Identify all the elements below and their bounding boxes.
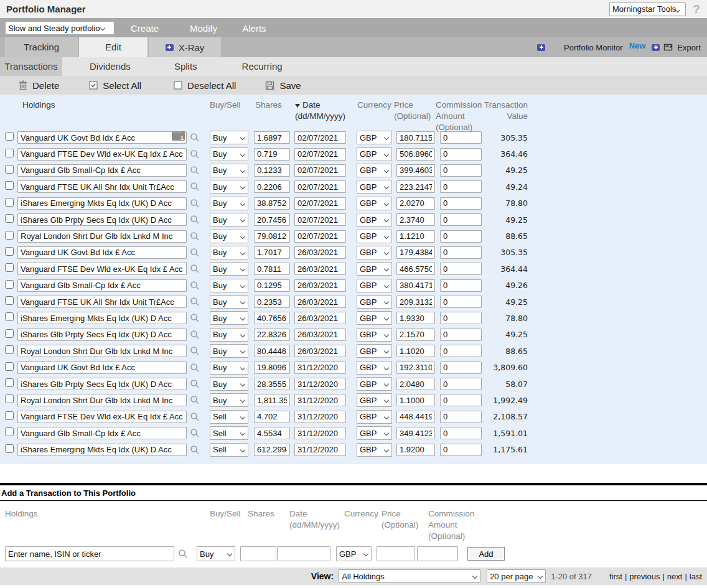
commission-input[interactable] xyxy=(440,164,482,177)
buy-sell-control[interactable]: Sell xyxy=(210,426,248,440)
buy-sell-control[interactable]: Buy xyxy=(210,344,248,358)
row-checkbox[interactable] xyxy=(5,312,14,321)
date-input[interactable] xyxy=(294,444,346,456)
commission-input[interactable] xyxy=(440,427,482,439)
shares-input[interactable] xyxy=(254,213,290,226)
commission-input[interactable] xyxy=(440,180,482,193)
holding-name-input[interactable] xyxy=(17,345,187,357)
commission-input[interactable] xyxy=(440,230,482,243)
currency-select[interactable]: GBP xyxy=(357,410,392,424)
commission-input[interactable] xyxy=(440,444,482,456)
holding-name-input[interactable] xyxy=(17,378,187,390)
search-icon[interactable] xyxy=(190,281,202,291)
buy-sell-control[interactable]: Buy xyxy=(210,377,248,391)
commission-input[interactable] xyxy=(440,329,482,341)
buy-sell-select[interactable]: Buy xyxy=(210,279,248,292)
shares-input[interactable] xyxy=(254,263,290,275)
price-input[interactable] xyxy=(396,148,435,161)
row-checkbox[interactable] xyxy=(5,198,14,207)
currency-control[interactable]: GBP xyxy=(357,344,392,358)
price-input[interactable] xyxy=(396,312,435,324)
price-input[interactable] xyxy=(396,230,435,243)
holding-name-input[interactable] xyxy=(17,411,187,423)
buy-sell-control[interactable]: Buy xyxy=(210,328,248,342)
currency-select[interactable]: GBP xyxy=(357,377,392,391)
date-input[interactable] xyxy=(294,345,346,357)
currency-control[interactable]: GBP xyxy=(357,147,392,161)
shares-input[interactable] xyxy=(254,230,290,243)
date-input[interactable] xyxy=(294,378,346,390)
buy-sell-control[interactable]: Buy xyxy=(210,147,248,161)
currency-control[interactable]: GBP xyxy=(357,262,392,276)
buy-sell-select[interactable]: Sell xyxy=(210,410,248,424)
search-icon[interactable] xyxy=(190,379,202,389)
buy-sell-select[interactable]: Buy xyxy=(210,328,248,342)
currency-select[interactable]: GBP xyxy=(357,328,392,342)
tab-tracking[interactable]: Tracking xyxy=(5,37,78,57)
holding-name-input[interactable] xyxy=(17,329,187,341)
search-icon[interactable] xyxy=(190,395,202,405)
date-input[interactable] xyxy=(294,296,346,308)
shares-input[interactable] xyxy=(254,197,290,210)
buy-sell-control[interactable]: Buy xyxy=(210,180,248,194)
currency-select[interactable]: GBP xyxy=(357,279,392,292)
tab-xray[interactable]: X-Ray xyxy=(149,37,221,57)
search-icon[interactable] xyxy=(190,330,202,340)
date-input[interactable] xyxy=(294,427,346,439)
buy-sell-control[interactable]: Buy xyxy=(210,197,248,210)
search-icon[interactable] xyxy=(190,248,202,258)
portfolio-select-control[interactable]: Slow and Steady portfolio xyxy=(5,21,115,35)
shares-input[interactable] xyxy=(254,164,290,177)
price-input[interactable] xyxy=(396,427,435,439)
shares-input[interactable] xyxy=(254,148,290,161)
date-input[interactable] xyxy=(294,197,346,210)
price-input[interactable] xyxy=(396,378,435,390)
currency-select[interactable]: GBP xyxy=(357,230,392,243)
holding-name-input[interactable] xyxy=(17,263,187,275)
menu-item-create[interactable]: Create xyxy=(131,23,159,34)
currency-control[interactable]: GBP xyxy=(357,164,392,177)
date-input[interactable] xyxy=(294,131,346,144)
holding-name-input[interactable] xyxy=(17,296,187,308)
price-input[interactable] xyxy=(396,246,435,259)
search-icon[interactable] xyxy=(190,231,202,241)
row-checkbox[interactable] xyxy=(5,411,14,420)
shares-input[interactable] xyxy=(254,246,290,259)
commission-input[interactable] xyxy=(440,148,482,161)
search-icon[interactable] xyxy=(190,198,202,208)
add-price-input[interactable] xyxy=(377,546,415,561)
date-input[interactable] xyxy=(294,246,346,259)
col-date[interactable]: Date(dd/MM/yyyy) xyxy=(295,100,345,122)
buy-sell-control[interactable]: Buy xyxy=(210,131,248,144)
currency-select[interactable]: GBP xyxy=(357,426,392,440)
buy-sell-control[interactable]: Buy xyxy=(210,164,248,177)
price-input[interactable] xyxy=(396,279,435,292)
currency-select[interactable]: GBP xyxy=(357,344,392,358)
currency-control[interactable]: GBP xyxy=(357,361,392,375)
buy-sell-select[interactable]: Buy xyxy=(210,393,248,407)
buy-sell-select[interactable]: Buy xyxy=(210,213,248,226)
add-date-input[interactable] xyxy=(277,546,330,561)
currency-control[interactable]: GBP xyxy=(357,426,392,440)
currency-control[interactable]: GBP xyxy=(357,213,392,226)
pager-last[interactable]: last xyxy=(690,572,702,581)
subtab-transactions[interactable]: Transactions xyxy=(0,57,62,76)
price-input[interactable] xyxy=(396,131,435,144)
commission-input[interactable] xyxy=(440,131,482,144)
row-checkbox[interactable] xyxy=(5,149,14,157)
delete-button[interactable]: Delete xyxy=(19,80,59,91)
currency-select[interactable]: GBP xyxy=(357,180,392,194)
buy-sell-control[interactable]: Sell xyxy=(210,443,248,457)
morningstar-tools-select[interactable]: Morningstar Tools xyxy=(609,2,686,16)
buy-sell-select[interactable]: Buy xyxy=(210,230,248,243)
currency-control[interactable]: GBP xyxy=(357,197,392,210)
commission-input[interactable] xyxy=(440,263,482,275)
row-checkbox[interactable] xyxy=(5,427,14,436)
currency-control[interactable]: GBP xyxy=(357,377,392,391)
menu-item-modify[interactable]: Modify xyxy=(190,23,217,34)
subtab-splits[interactable]: Splits xyxy=(174,57,197,76)
price-input[interactable] xyxy=(396,263,435,275)
row-checkbox[interactable] xyxy=(5,214,14,223)
date-input[interactable] xyxy=(294,312,346,324)
currency-control[interactable]: GBP xyxy=(357,443,392,457)
